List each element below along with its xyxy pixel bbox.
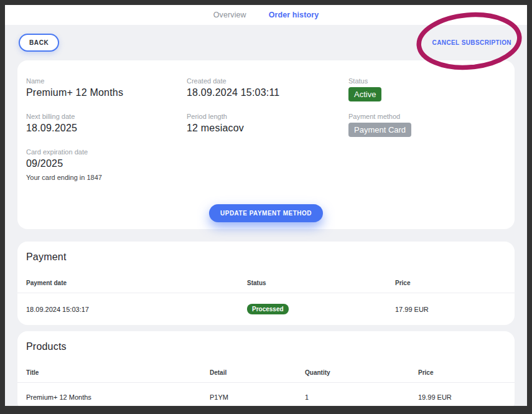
field-next-billing-date-value: 18.09.2025: [26, 123, 187, 134]
field-created-date-value: 18.09.2024 15:03:11: [187, 87, 348, 98]
field-payment-method-label: Payment method: [348, 113, 506, 120]
products-table-row: Premium+ 12 Months P1YM 1 19.99 EUR: [17, 382, 515, 412]
payment-header-price: Price: [395, 280, 506, 286]
field-status-label: Status: [348, 77, 506, 85]
payment-row-date: 18.09.2024 15:03:17: [26, 306, 247, 313]
products-row-price: 19.99 EUR: [418, 393, 506, 401]
field-card-expiration-value: 09/2025: [26, 158, 187, 169]
field-next-billing-date-label: Next billing date: [26, 113, 187, 120]
payment-header-date: Payment date: [26, 280, 247, 286]
field-payment-method: Payment method Payment Card: [348, 113, 506, 137]
processed-badge: Processed: [247, 304, 289, 314]
payment-table-row: 18.09.2024 15:03:17 Processed 17.99 EUR: [17, 293, 515, 325]
payment-row-price: 17.99 EUR: [395, 306, 506, 313]
status-badge: Active: [348, 87, 381, 101]
field-period-length-value: 12 mesiacov: [187, 123, 348, 134]
update-button-row: UPDATE PAYMENT METHOD: [26, 204, 506, 222]
products-row-quantity: 1: [305, 393, 418, 401]
tab-order-history[interactable]: Order history: [269, 11, 319, 19]
field-name-value: Premium+ 12 Months: [26, 87, 187, 98]
products-card: Products Title Detail Quantity Price Pre…: [17, 331, 515, 412]
main-content: Name Premium+ 12 Months Created date 18.…: [5, 60, 527, 412]
field-card-expiration-label: Card expiration date: [26, 148, 187, 156]
products-header-price: Price: [418, 369, 506, 376]
payment-table-header: Payment date Status Price: [17, 280, 515, 293]
payment-header-status: Status: [247, 280, 395, 286]
field-next-billing-date: Next billing date 18.09.2025: [26, 113, 187, 137]
tab-overview[interactable]: Overview: [213, 11, 246, 19]
products-section-title: Products: [17, 341, 515, 352]
field-period-length-label: Period length: [187, 113, 348, 120]
products-header-detail: Detail: [210, 369, 305, 376]
payment-method-badge: Payment Card: [348, 123, 411, 137]
cancel-subscription-link[interactable]: CANCEL SUBSCRIPTION: [432, 39, 511, 46]
payment-row-status: Processed: [247, 304, 395, 314]
payment-card: Payment Payment date Status Price 18.09.…: [17, 242, 515, 325]
update-payment-method-button[interactable]: UPDATE PAYMENT METHOD: [209, 204, 323, 222]
field-period-length: Period length 12 mesiacov: [187, 113, 348, 137]
action-bar: BACK CANCEL SUBSCRIPTION: [5, 25, 527, 60]
products-header-title: Title: [26, 369, 210, 376]
products-row-title: Premium+ 12 Months: [26, 393, 210, 401]
back-button[interactable]: BACK: [19, 34, 59, 52]
details-grid: Name Premium+ 12 Months Created date 18.…: [26, 77, 506, 181]
subscription-details-card: Name Premium+ 12 Months Created date 18.…: [17, 60, 515, 229]
top-tab-bar: Overview Order history: [5, 5, 527, 25]
field-created-date: Created date 18.09.2024 15:03:11: [187, 77, 348, 101]
field-status: Status Active: [348, 77, 506, 101]
field-card-expiration: Card expiration date 09/2025 Your card e…: [26, 148, 187, 181]
field-name: Name Premium+ 12 Months: [26, 77, 187, 101]
products-table-header: Title Detail Quantity Price: [17, 369, 515, 382]
field-name-label: Name: [26, 77, 187, 85]
card-ending-note: Your card ending in 1847: [26, 174, 187, 181]
field-created-date-label: Created date: [187, 77, 348, 85]
products-row-detail: P1YM: [210, 393, 305, 401]
products-header-quantity: Quantity: [305, 369, 418, 376]
app-window: Overview Order history BACK CANCEL SUBSC…: [0, 0, 532, 414]
payment-section-title: Payment: [17, 252, 515, 263]
